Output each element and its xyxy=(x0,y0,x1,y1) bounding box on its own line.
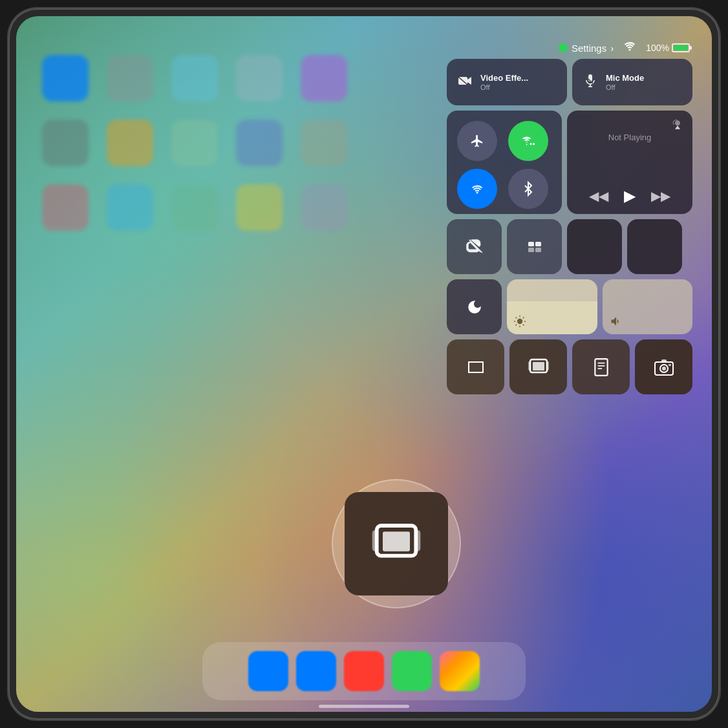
cc-row-bottom xyxy=(447,339,692,394)
fast-forward-button[interactable]: ▶▶ xyxy=(651,188,670,204)
mic-mode-icon xyxy=(581,74,599,91)
settings-dot xyxy=(559,43,568,52)
rotation-lock-tile[interactable] xyxy=(447,219,502,274)
play-button[interactable]: ▶ xyxy=(624,187,636,205)
svg-rect-11 xyxy=(535,248,541,252)
app-icon[interactable] xyxy=(301,55,347,102)
airplane-mode-button[interactable] xyxy=(457,121,497,161)
svg-point-23 xyxy=(662,367,666,370)
app-icon[interactable] xyxy=(42,120,89,166)
slideshow-tile[interactable] xyxy=(509,339,567,394)
wifi-status-icon xyxy=(624,42,636,54)
camera-icon xyxy=(654,358,674,376)
cc-row-top: Video Effe... Off xyxy=(447,59,692,105)
home-indicator xyxy=(319,705,409,708)
battery-icon xyxy=(672,43,690,52)
camera-tile[interactable] xyxy=(635,339,692,394)
now-playing-header xyxy=(576,120,683,133)
app-icon[interactable] xyxy=(301,184,347,231)
battery-fill xyxy=(674,45,688,50)
app-icon[interactable] xyxy=(107,120,153,166)
ipad-frame: Settings › 100% xyxy=(8,8,720,720)
app-icon[interactable] xyxy=(301,120,347,166)
svg-rect-16 xyxy=(546,361,549,370)
video-effects-icon xyxy=(456,75,474,90)
video-effects-subtitle: Off xyxy=(480,83,528,91)
svg-point-12 xyxy=(517,319,522,324)
svg-rect-15 xyxy=(528,361,531,370)
cellular-button[interactable]: ●●● xyxy=(508,121,548,161)
screen-mirror-tile[interactable] xyxy=(507,219,562,274)
svg-rect-28 xyxy=(414,530,420,551)
magnify-slideshow-icon xyxy=(370,521,422,566)
mic-mode-text: Mic Mode Off xyxy=(606,73,644,91)
video-effects-text: Video Effe... Off xyxy=(480,73,528,91)
app-icon[interactable] xyxy=(236,120,283,166)
app-icon[interactable] xyxy=(171,55,218,102)
svg-rect-17 xyxy=(595,359,607,376)
settings-link[interactable]: Settings › xyxy=(559,43,614,54)
settings-label: Settings xyxy=(572,43,606,54)
apple-tv-tile[interactable] xyxy=(447,339,504,394)
dock-icon-mail[interactable] xyxy=(344,651,384,691)
dock-icon-safari[interactable] xyxy=(248,651,288,691)
app-icon[interactable] xyxy=(171,120,218,166)
svg-rect-14 xyxy=(533,362,544,370)
airplay-icon[interactable] xyxy=(672,120,683,133)
svg-rect-8 xyxy=(528,242,534,246)
dock xyxy=(202,642,526,700)
cc-row-sliders xyxy=(447,279,692,334)
slideshow-icon xyxy=(528,358,550,377)
svg-text:●●●: ●●● xyxy=(530,141,535,147)
app-icon[interactable] xyxy=(107,55,153,102)
svg-rect-24 xyxy=(669,364,671,366)
ipad-screen: Settings › 100% xyxy=(16,16,712,712)
now-playing-panel[interactable]: Not Playing ◀◀ ▶ ▶▶ xyxy=(567,111,692,214)
now-playing-controls: ◀◀ ▶ ▶▶ xyxy=(576,187,683,205)
cc-row-mid: ●●● xyxy=(447,111,692,214)
app-icon[interactable] xyxy=(42,184,89,231)
magnify-inner xyxy=(345,492,448,595)
mic-mode-title: Mic Mode xyxy=(606,73,644,83)
cc-row-controls xyxy=(447,219,692,274)
battery-percent: 100% xyxy=(646,43,669,53)
mic-mode-tile[interactable]: Mic Mode Off xyxy=(572,59,692,105)
app-icon[interactable] xyxy=(236,55,283,102)
notes-tile[interactable] xyxy=(572,339,630,394)
control-center: Settings › 100% xyxy=(447,42,692,394)
svg-rect-26 xyxy=(383,531,410,551)
extra-tile-2[interactable] xyxy=(627,219,682,274)
dock-icon-photos[interactable] xyxy=(440,651,480,691)
connectivity-panel: ●●● xyxy=(447,111,562,214)
app-icon[interactable] xyxy=(42,55,89,102)
cc-status-bar: Settings › 100% xyxy=(447,42,692,54)
rewind-button[interactable]: ◀◀ xyxy=(589,188,608,204)
dock-icon-messages[interactable] xyxy=(392,651,432,691)
app-icon[interactable] xyxy=(171,184,218,231)
do-not-disturb-tile[interactable] xyxy=(447,279,502,334)
notes-icon xyxy=(593,358,610,377)
video-effects-title: Video Effe... xyxy=(480,73,528,83)
apple-tv-icon xyxy=(466,359,486,376)
app-icon[interactable] xyxy=(107,184,153,231)
volume-slider[interactable] xyxy=(603,279,693,334)
bluetooth-button[interactable] xyxy=(508,169,548,209)
cc-grid: Video Effe... Off xyxy=(447,59,692,394)
svg-rect-9 xyxy=(535,242,541,246)
extra-tile-1[interactable] xyxy=(567,219,622,274)
svg-point-7 xyxy=(476,242,480,246)
svg-rect-27 xyxy=(372,530,378,551)
mic-mode-subtitle: Off xyxy=(606,83,644,91)
svg-rect-10 xyxy=(528,248,534,252)
app-icon[interactable] xyxy=(236,184,283,231)
now-playing-title: Not Playing xyxy=(576,133,683,187)
magnify-overlay xyxy=(332,479,461,608)
dock-icon-chrome[interactable] xyxy=(296,651,336,691)
brightness-slider[interactable] xyxy=(507,279,597,334)
chevron-icon: › xyxy=(610,43,614,54)
battery-indicator: 100% xyxy=(646,43,690,53)
video-effects-tile[interactable]: Video Effe... Off xyxy=(447,59,567,105)
wifi-button[interactable] xyxy=(457,169,497,209)
